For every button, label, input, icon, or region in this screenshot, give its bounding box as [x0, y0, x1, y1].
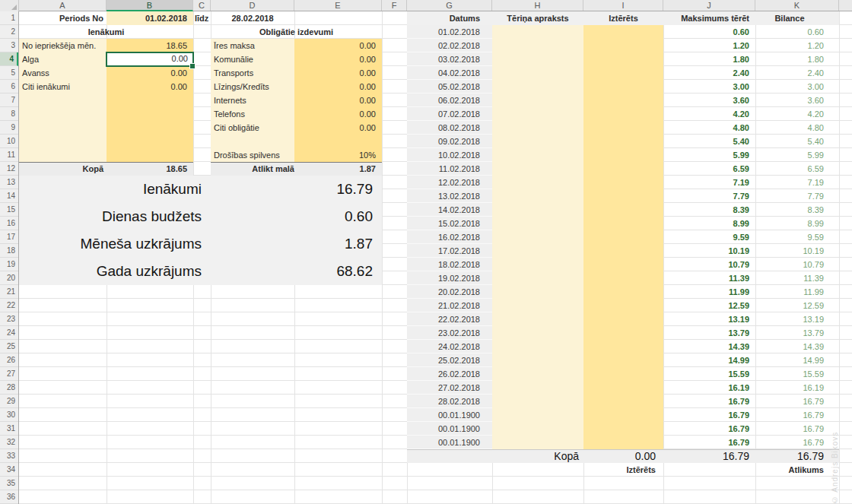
ledger-balance-cell[interactable]: 5.99 — [755, 148, 839, 162]
row-header-21[interactable]: 21 — [0, 285, 18, 299]
ledger-balance-cell[interactable]: 11.39 — [755, 271, 839, 285]
column-header-k[interactable]: K — [755, 0, 839, 11]
row-header-30[interactable]: 30 — [0, 408, 18, 422]
summary-label[interactable]: Ienākumi — [19, 176, 211, 203]
row-header-13[interactable]: 13 — [0, 176, 18, 189]
row-header-2[interactable]: 2 — [0, 25, 18, 39]
income-row-label[interactable]: Citi ienākumi — [19, 80, 106, 94]
safety-cushion-value[interactable]: 10% — [294, 148, 382, 162]
ledger-balance-cell[interactable]: 13.79 — [755, 326, 839, 340]
summary-value[interactable]: 16.79 — [211, 176, 382, 203]
row-header-19[interactable]: 19 — [0, 258, 18, 271]
select-all-corner[interactable] — [0, 0, 19, 11]
expense-row-label[interactable]: Komunālie — [211, 52, 294, 66]
selected-cell-b4[interactable]: 0.00 — [106, 52, 194, 67]
spent-entry-area[interactable] — [583, 25, 663, 449]
safety-cushion-label[interactable]: Drošības spilvens — [211, 148, 294, 162]
ledger-date-cell[interactable]: 04.02.2018 — [407, 66, 492, 80]
ledger-date-cell[interactable]: 08.02.2018 — [407, 121, 492, 135]
ledger-balance-cell[interactable]: 16.79 — [755, 408, 839, 422]
row-header-34[interactable]: 34 — [0, 463, 18, 477]
ledger-balance-cell[interactable]: 11.99 — [755, 285, 839, 299]
row-header-36[interactable]: 36 — [0, 490, 18, 504]
ledger-date-cell[interactable]: 23.02.2018 — [407, 326, 492, 340]
ledger-max-cell[interactable]: 4.80 — [663, 121, 755, 135]
expense-row-label[interactable]: Līzings/Kredīts — [211, 80, 294, 94]
ledger-date-cell[interactable]: 21.02.2018 — [407, 299, 492, 312]
row-header-35[interactable]: 35 — [0, 477, 18, 490]
ledger-balance-cell[interactable]: 16.79 — [755, 395, 839, 408]
ledger-max-cell[interactable]: 16.19 — [663, 381, 755, 395]
ledger-date-cell[interactable]: 10.02.2018 — [407, 148, 492, 162]
period-start-cell[interactable]: 01.02.2018 — [106, 11, 193, 25]
summary-value[interactable]: 1.87 — [211, 230, 382, 258]
ledger-max-cell[interactable]: 10.79 — [663, 258, 755, 271]
ledger-balance-cell[interactable]: 3.00 — [755, 80, 839, 94]
ledger-date-cell[interactable]: 11.02.2018 — [407, 162, 492, 176]
ledger-balance-cell[interactable]: 15.59 — [755, 367, 839, 381]
ledger-header-spent[interactable]: Iztērēts — [583, 11, 663, 25]
ledger-max-cell[interactable]: 0.60 — [663, 25, 755, 39]
ledger-balance-cell[interactable]: 16.79 — [755, 422, 839, 436]
ledger-balance-cell[interactable]: 7.19 — [755, 176, 839, 189]
summary-label[interactable]: Gada uzkrājums — [19, 258, 211, 285]
summary-label[interactable]: Dienas budžets — [19, 203, 211, 230]
row-header-26[interactable]: 26 — [0, 353, 18, 367]
ledger-max-cell[interactable]: 2.40 — [663, 66, 755, 80]
ledger-balance-cell[interactable]: 4.20 — [755, 107, 839, 121]
column-header-d[interactable]: D — [211, 0, 294, 11]
ledger-max-cell[interactable]: 9.59 — [663, 230, 755, 244]
ledger-date-cell[interactable]: 05.02.2018 — [407, 80, 492, 94]
row-header-12[interactable]: 12 — [0, 162, 18, 176]
ledger-max-cell[interactable]: 13.19 — [663, 312, 755, 326]
ledger-max-cell[interactable]: 16.79 — [663, 408, 755, 422]
column-header-f[interactable]: F — [382, 0, 407, 11]
ledger-total-label[interactable]: Kopā — [492, 449, 583, 463]
row-header-4[interactable]: 4 — [0, 52, 18, 66]
ledger-max-cell[interactable]: 10.19 — [663, 244, 755, 258]
expense-row-value[interactable]: 0.00 — [294, 107, 382, 121]
ledger-balance-cell[interactable]: 13.19 — [755, 312, 839, 326]
expense-row-label[interactable]: Citi obligātie — [211, 121, 294, 135]
income-row-label[interactable]: Alga — [19, 52, 106, 66]
ledger-date-cell[interactable]: 27.02.2018 — [407, 381, 492, 395]
ledger-date-cell[interactable]: 14.02.2018 — [407, 203, 492, 217]
column-header-e[interactable]: E — [294, 0, 382, 11]
ledger-max-cell[interactable]: 5.99 — [663, 148, 755, 162]
ledger-balance-cell[interactable]: 2.40 — [755, 66, 839, 80]
ledger-balance-cell[interactable]: 10.19 — [755, 244, 839, 258]
ledger-balance-cell[interactable]: 14.99 — [755, 353, 839, 367]
ledger-max-cell[interactable]: 6.59 — [663, 162, 755, 176]
ledger-date-cell[interactable]: 00.01.1900 — [407, 408, 492, 422]
income-row-value[interactable]: 0.00 — [106, 66, 193, 80]
row-header-7[interactable]: 7 — [0, 94, 18, 107]
ledger-date-cell[interactable]: 00.01.1900 — [407, 422, 492, 436]
period-to-label[interactable]: līdz — [193, 11, 211, 25]
fill-handle[interactable] — [189, 63, 196, 69]
ledger-date-cell[interactable]: 18.02.2018 — [407, 258, 492, 271]
row-header-1[interactable]: 1 — [0, 11, 18, 25]
ledger-balance-cell[interactable]: 1.20 — [755, 39, 839, 52]
ledger-balance-cell[interactable]: 3.60 — [755, 94, 839, 107]
ledger-date-cell[interactable]: 22.02.2018 — [407, 312, 492, 326]
row-header-8[interactable]: 8 — [0, 107, 18, 121]
expense-row-value[interactable]: 0.00 — [294, 121, 382, 135]
row-header-32[interactable]: 32 — [0, 436, 18, 449]
ledger-max-cell[interactable]: 14.39 — [663, 340, 755, 353]
ledger-date-cell[interactable]: 19.02.2018 — [407, 271, 492, 285]
ledger-balance-cell[interactable]: 0.60 — [755, 25, 839, 39]
reserve-label[interactable]: Atlikt malā — [211, 162, 294, 176]
income-row-label[interactable]: Avanss — [19, 66, 106, 80]
row-header-28[interactable]: 28 — [0, 381, 18, 395]
column-header-g[interactable]: G — [407, 0, 492, 11]
reserve-value[interactable]: 1.87 — [294, 162, 382, 176]
ledger-max-cell[interactable]: 16.79 — [663, 395, 755, 408]
footer-spent-label[interactable]: Iztērēts — [583, 463, 663, 477]
row-header-16[interactable]: 16 — [0, 217, 18, 230]
ledger-max-cell[interactable]: 1.80 — [663, 52, 755, 66]
row-header-33[interactable]: 33 — [0, 449, 18, 463]
expense-row-label[interactable]: Īres maksa — [211, 39, 294, 52]
row-header-29[interactable]: 29 — [0, 395, 18, 408]
period-end-cell[interactable]: 28.02.2018 — [211, 11, 294, 25]
income-row-value[interactable]: 18.65 — [106, 39, 193, 52]
